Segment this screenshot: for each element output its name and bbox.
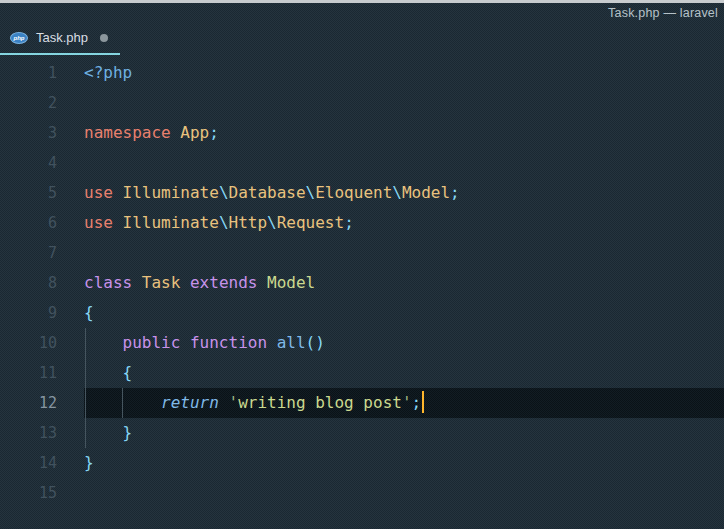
code-text: [84, 238, 724, 268]
code-token: \: [267, 213, 277, 232]
code-token: [132, 273, 142, 292]
code-token: Model: [267, 273, 315, 292]
code-token: ;: [344, 213, 354, 232]
code-token: [113, 183, 123, 202]
code-token: \: [392, 183, 402, 202]
line-number[interactable]: 4: [0, 148, 84, 178]
code-text: public function all(): [84, 328, 724, 358]
code-text: class Task extends Model: [84, 268, 724, 298]
line-number[interactable]: 8: [0, 268, 84, 298]
titlebar: Task.php — laravel: [0, 3, 724, 22]
code-text: }: [84, 418, 724, 448]
tab-label: Task.php: [36, 30, 88, 45]
code-token: ': [402, 393, 412, 412]
code-text: }: [84, 448, 724, 478]
code-token: [219, 393, 229, 412]
code-token: [257, 273, 267, 292]
code-text: [84, 148, 724, 178]
php-file-icon: php: [10, 32, 28, 44]
code-lines-container: 1<?php23namespace App;45use Illuminate\D…: [0, 58, 724, 508]
code-text: {: [84, 358, 724, 388]
code-token: class: [84, 273, 132, 292]
text-cursor: [422, 391, 424, 413]
code-token: [84, 363, 123, 382]
code-token: ;: [209, 123, 219, 142]
line-number[interactable]: 11: [0, 358, 84, 388]
code-token: }: [123, 423, 133, 442]
code-line[interactable]: 6use Illuminate\Http\Request;: [0, 208, 724, 238]
code-token: public: [123, 333, 181, 352]
line-number[interactable]: 1: [0, 58, 84, 88]
line-number[interactable]: 6: [0, 208, 84, 238]
code-line[interactable]: 2: [0, 88, 724, 118]
line-number[interactable]: 3: [0, 118, 84, 148]
line-number[interactable]: 7: [0, 238, 84, 268]
code-token: [113, 213, 123, 232]
code-line[interactable]: 10 public function all(): [0, 328, 724, 358]
code-token: Database: [229, 183, 306, 202]
code-line[interactable]: 13 }: [0, 418, 724, 448]
line-number[interactable]: 10: [0, 328, 84, 358]
code-token: namespace: [84, 123, 171, 142]
code-token: Model: [402, 183, 450, 202]
line-number[interactable]: 5: [0, 178, 84, 208]
code-line[interactable]: 14}: [0, 448, 724, 478]
code-token: <?php: [84, 63, 132, 82]
code-line[interactable]: 8class Task extends Model: [0, 268, 724, 298]
code-editor[interactable]: 1<?php23namespace App;45use Illuminate\D…: [0, 55, 724, 529]
line-number[interactable]: 2: [0, 88, 84, 118]
code-token: [267, 333, 277, 352]
code-token: [84, 333, 123, 352]
code-token: extends: [190, 273, 257, 292]
code-token: use: [84, 213, 113, 232]
code-token: \: [306, 183, 316, 202]
code-line[interactable]: 11 {: [0, 358, 724, 388]
line-number[interactable]: 9: [0, 298, 84, 328]
code-token: ;: [412, 393, 422, 412]
code-token: ': [229, 393, 239, 412]
code-token: function: [190, 333, 267, 352]
window-title: Task.php — laravel: [608, 6, 718, 20]
code-text: <?php: [84, 58, 724, 88]
code-token: Illuminate: [123, 213, 219, 232]
code-token: (): [306, 333, 325, 352]
code-line[interactable]: 12 return 'writing blog post';: [0, 388, 724, 418]
code-line[interactable]: 1<?php: [0, 58, 724, 88]
code-text: [84, 88, 724, 118]
code-token: [180, 273, 190, 292]
code-line[interactable]: 7: [0, 238, 724, 268]
code-text: [84, 478, 724, 508]
code-line[interactable]: 9{: [0, 298, 724, 328]
code-text: use Illuminate\Database\Eloquent\Model;: [84, 178, 724, 208]
tab-bar: php Task.php: [0, 22, 724, 55]
code-token: [84, 423, 123, 442]
code-token: return: [161, 393, 219, 412]
code-token: Http: [229, 213, 268, 232]
code-line[interactable]: 5use Illuminate\Database\Eloquent\Model;: [0, 178, 724, 208]
line-number[interactable]: 12: [0, 388, 84, 418]
code-token: Request: [277, 213, 344, 232]
code-token: App: [180, 123, 209, 142]
code-token: \: [219, 183, 229, 202]
code-line[interactable]: 4: [0, 148, 724, 178]
code-text: namespace App;: [84, 118, 724, 148]
line-number[interactable]: 13: [0, 418, 84, 448]
line-number[interactable]: 15: [0, 478, 84, 508]
php-icon-label: php: [14, 35, 25, 41]
code-line[interactable]: 15: [0, 478, 724, 508]
code-line[interactable]: 3namespace App;: [0, 118, 724, 148]
line-number[interactable]: 14: [0, 448, 84, 478]
code-token: Illuminate: [123, 183, 219, 202]
code-token: {: [84, 303, 94, 322]
code-token: [84, 393, 161, 412]
code-editor-window: Task.php — laravel php Task.php 1<?php23…: [0, 0, 724, 529]
modified-indicator-dot[interactable]: [100, 34, 108, 42]
code-token: \: [219, 213, 229, 232]
code-token: [180, 333, 190, 352]
code-text: {: [84, 298, 724, 328]
code-token: all: [277, 333, 306, 352]
code-token: ;: [450, 183, 460, 202]
tab-task-php[interactable]: php Task.php: [0, 22, 120, 55]
code-text: use Illuminate\Http\Request;: [84, 208, 724, 238]
code-text: return 'writing blog post';: [84, 388, 724, 418]
